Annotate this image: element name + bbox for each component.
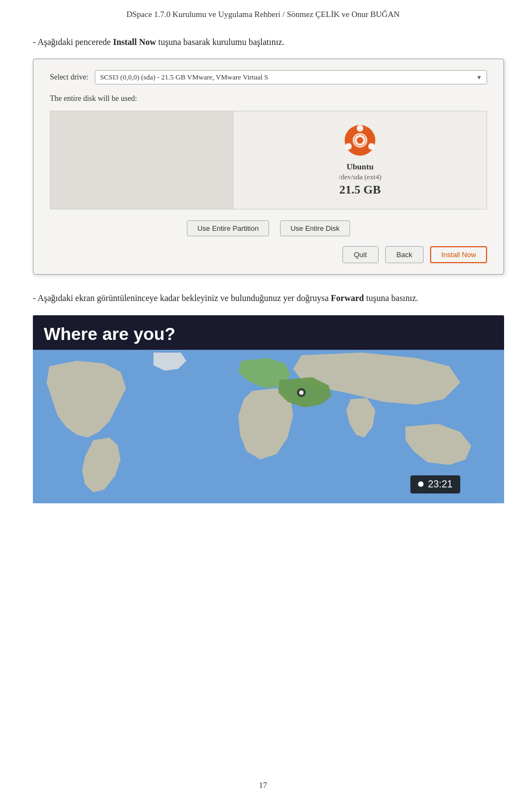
instruction-1-suffix: tuşuna basarak kurulumu başlatınız.: [156, 37, 284, 47]
action-buttons-row: Quit Back Install Now: [50, 246, 487, 263]
instruction-2-suffix: tuşuna basınız.: [364, 293, 418, 303]
page-number: 17: [0, 770, 526, 801]
ubuntu-disk-size: 21.5 GB: [339, 183, 381, 197]
back-button[interactable]: Back: [385, 246, 424, 263]
instruction-2-prefix: - Aşağıdaki ekran görüntüleninceye kadar…: [33, 293, 331, 303]
installer-window: Select drive: SCSI3 (0,0,0) (sda) - 21.5…: [33, 59, 504, 275]
where-are-you-screen: Where are you?: [33, 315, 504, 503]
disk-info-label: The entire disk will be used:: [50, 94, 487, 103]
time-badge: 23:21: [410, 475, 460, 493]
svg-point-9: [299, 390, 304, 395]
drive-dropdown[interactable]: SCSI3 (0,0,0) (sda) - 21.5 GB VMware, VM…: [95, 70, 487, 84]
disk-visual-area: Ubuntu /dev/sda (ext4) 21.5 GB: [50, 111, 487, 209]
use-entire-partition-button[interactable]: Use Entire Partition: [187, 220, 269, 236]
drive-select-row: Select drive: SCSI3 (0,0,0) (sda) - 21.5…: [50, 70, 487, 84]
page-number-value: 17: [259, 781, 267, 790]
forward-reference: Forward: [331, 293, 364, 303]
ubuntu-os-label: Ubuntu: [347, 162, 374, 172]
dropdown-arrow-icon: ▼: [476, 74, 482, 81]
header-title: DSpace 1.7.0 Kurulumu ve Uygulama Rehber…: [127, 10, 400, 19]
svg-point-3: [357, 125, 363, 132]
use-entire-disk-button[interactable]: Use Entire Disk: [280, 220, 350, 236]
where-title-bar: Where are you?: [33, 315, 504, 350]
map-area: 23:21: [33, 350, 504, 503]
partition-buttons-row: Use Entire Partition Use Entire Disk: [50, 220, 487, 236]
disk-left-panel: [50, 111, 233, 209]
install-now-reference: Install Now: [113, 37, 156, 47]
drive-select-label: Select drive:: [50, 73, 88, 82]
page-header: DSpace 1.7.0 Kurulumu ve Uygulama Rehber…: [0, 0, 526, 25]
disk-right-panel: Ubuntu /dev/sda (ext4) 21.5 GB: [233, 111, 487, 209]
instruction-1: - Aşağıdaki pencerede Install Now tuşuna…: [33, 36, 493, 49]
quit-button[interactable]: Quit: [342, 246, 379, 263]
install-now-button[interactable]: Install Now: [430, 246, 487, 263]
ubuntu-dev-path: /dev/sda (ext4): [339, 173, 381, 181]
instruction-1-prefix: - Aşağıdaki pencerede: [33, 37, 113, 47]
svg-point-4: [368, 143, 375, 150]
where-title-text: Where are you?: [44, 324, 175, 344]
instruction-2: - Aşağıdaki ekran görüntüleninceye kadar…: [33, 291, 493, 305]
svg-point-2: [357, 137, 363, 144]
time-value: 23:21: [428, 479, 453, 490]
time-dot-icon: [418, 481, 424, 487]
svg-point-5: [345, 143, 352, 150]
drive-dropdown-value: SCSI3 (0,0,0) (sda) - 21.5 GB VMware, VM…: [100, 73, 268, 82]
ubuntu-logo: [344, 124, 376, 159]
